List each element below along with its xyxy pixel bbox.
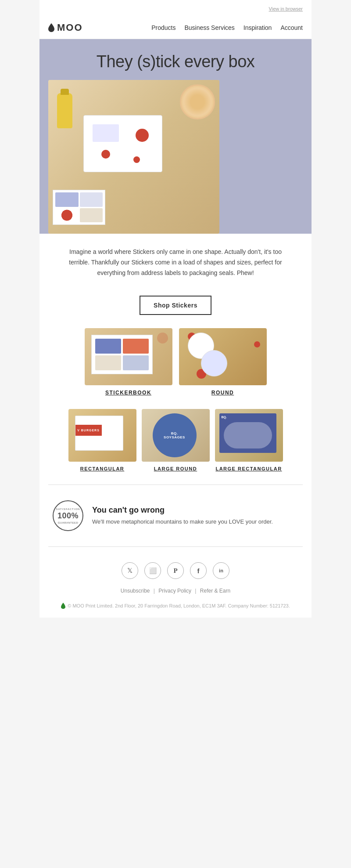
product-large-round: BQ.SOYSAGES LARGE ROUND [142,409,210,471]
separator-2: | [195,588,197,594]
sticker-cell-3 [55,208,79,223]
red-dot-1 [136,129,149,142]
sticker-box-illustration [83,115,162,172]
nav-inspiration[interactable]: Inspiration [244,24,272,31]
hero-section: They (s)tick every box [39,39,312,234]
large-rect-box: BQ. [219,413,276,453]
view-in-browser-link[interactable]: View in browser [269,6,303,11]
round-label[interactable]: ROUND [179,390,267,396]
product-large-rectangular: BQ. LARGE RECTANGULAR [215,409,283,471]
badge-top-text: SATISFACTION [56,508,80,510]
hero-headline: They (s)tick every box [48,52,303,71]
separator-1: | [154,588,156,594]
sb-cell-1 [95,339,121,354]
logo-drop-icon [48,23,54,32]
hero-image [48,80,219,234]
sb-cell-2 [123,339,149,354]
footer-copyright: © MOO Print Limited. 2nd Floor, 20 Farri… [68,603,290,608]
cta-section: Shop Stickers [39,291,312,328]
divider-2 [48,546,303,547]
sauce-bottle-illustration [57,93,72,128]
guarantee-description: We'll move metaphorical mountains to mak… [92,517,273,526]
large-round-sticker: BQ.SOYSAGES [153,413,197,457]
sticker-cell-2 [80,192,103,207]
footer-bottom: © MOO Print Limited. 2nd Floor, 20 Farri… [39,600,312,618]
shop-stickers-button[interactable]: Shop Stickers [140,296,211,315]
nav-account[interactable]: Account [280,24,303,31]
guarantee-text: You can't go wrong We'll move metaphoric… [92,506,273,526]
body-description: Imagine a world where Stickers only came… [39,234,312,291]
sticker-cell-1 [55,192,79,207]
product-row-1: STICKERBOOK ROUND [39,328,312,405]
large-rectangular-image[interactable]: BQ. [215,409,283,462]
product-stickerbook: STICKERBOOK [85,328,172,396]
deco-dot [157,333,168,344]
sb-cell-3 [95,355,121,370]
large-rectangular-label[interactable]: LARGE RECTANGULAR [215,466,283,471]
stickerbook-image[interactable] [85,328,172,385]
sticker-cell-4 [80,208,103,223]
twitter-icon[interactable]: 𝕏 [122,562,138,579]
large-round-label[interactable]: LARGE ROUND [142,466,210,471]
large-rect-text: BQ. [222,416,227,419]
red-dot-2 [101,150,110,159]
sticker-sheet-illustration [53,190,105,225]
red-dot-3 [133,156,140,163]
refer-earn-link[interactable]: Refer & Earn [200,588,230,594]
nav-business-services[interactable]: Business Services [184,24,234,31]
rectangular-label[interactable]: RECTANGULAR [68,466,136,471]
large-rect-wave [224,422,272,448]
rect-box: V BURGERS [75,416,123,451]
sb-cell-4 [123,355,149,370]
nav-products[interactable]: Products [151,24,176,31]
footer-links: Unsubscribe | Privacy Policy | Refer & E… [39,586,312,600]
footer-drop-icon [61,603,65,609]
divider-1 [48,485,303,485]
topbar: View in browser [39,0,312,17]
instagram-icon[interactable]: ⬜ [144,562,161,579]
badge-bottom-text: GUARANTEED [58,521,79,524]
rect-box-label: V BURGERS [75,425,102,436]
round-image[interactable] [179,328,267,385]
rectangular-image[interactable]: V BURGERS [68,409,136,462]
privacy-policy-link[interactable]: Privacy Policy [158,588,191,594]
guarantee-section: SATISFACTION 100% GUARANTEED You can't g… [39,489,312,542]
round-dot-2 [254,341,260,347]
stickerbook-sheet [91,335,153,374]
logo-text: MOO [57,22,83,33]
description-text: Imagine a world where Stickers only came… [66,247,285,278]
social-icons: 𝕏 ⬜ P f in [39,551,312,586]
round-sticker-2 [201,350,227,376]
header: MOO Products Business Services Inspirati… [39,17,312,39]
product-round: ROUND [179,328,267,396]
logo: MOO [48,22,83,33]
large-round-image[interactable]: BQ.SOYSAGES [142,409,210,462]
linkedin-icon[interactable]: in [213,562,229,579]
product-rectangular: V BURGERS RECTANGULAR [68,409,136,471]
guarantee-badge: SATISFACTION 100% GUARANTEED [53,500,83,531]
pinterest-icon[interactable]: P [167,562,184,579]
burger-plate-illustration [180,84,215,119]
guarantee-title: You can't go wrong [92,506,273,515]
unsubscribe-link[interactable]: Unsubscribe [121,588,150,594]
product-row-2: V BURGERS RECTANGULAR BQ.SOYSAGES LARGE … [39,405,312,480]
stickerbook-label[interactable]: STICKERBOOK [85,390,172,396]
badge-percentage: 100% [57,511,79,521]
facebook-icon[interactable]: f [190,562,207,579]
navigation: Products Business Services Inspiration A… [151,24,303,31]
